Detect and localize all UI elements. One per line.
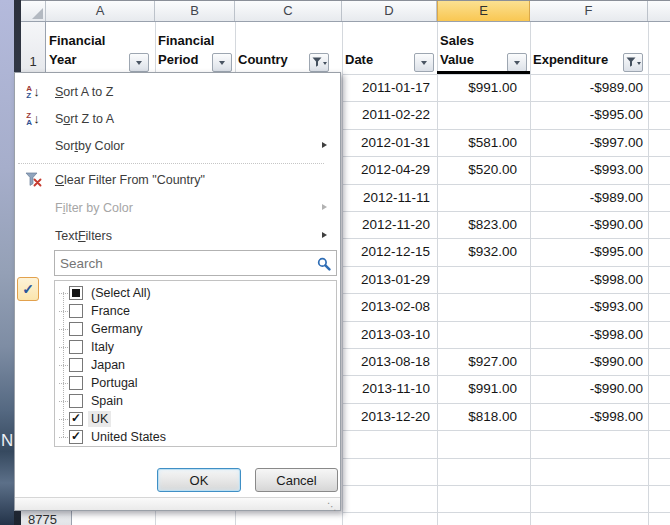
cell-expenditure[interactable]: -$998.00 [530, 266, 643, 293]
menu-item-sort-a-to-z[interactable]: AZ↓ Sort A to Z [16, 78, 339, 105]
cell-sales[interactable] [437, 293, 517, 320]
filter-button-country-filtered[interactable] [309, 53, 329, 72]
filter-button-date[interactable] [414, 53, 434, 72]
cell-sales[interactable] [437, 266, 517, 293]
cell-sales[interactable]: $818.00 [437, 403, 517, 430]
cell-date[interactable]: 2013-11-10 [342, 375, 430, 402]
checkbox-icon[interactable] [69, 286, 83, 300]
submenu-arrow-icon [322, 204, 330, 210]
column-header-d[interactable]: D [342, 1, 437, 21]
cell-sales[interactable] [437, 101, 517, 128]
cell-expenditure[interactable]: -$995.00 [530, 101, 643, 128]
header-cell-financial-year[interactable]: Financial Year [46, 21, 128, 74]
menu-item-filter-by-color: Filter by Color [16, 194, 339, 221]
menu-item-sort-z-to-a[interactable]: ZA↓ Sort Z to A [16, 105, 339, 132]
cell-date[interactable]: 2011-01-17 [342, 74, 430, 101]
cell-sales[interactable]: $991.00 [437, 74, 517, 101]
checkbox-icon[interactable] [69, 394, 83, 408]
grid-line [342, 430, 670, 431]
tree-stub [59, 383, 68, 384]
search-input[interactable] [55, 251, 317, 275]
column-header-c[interactable]: C [235, 1, 342, 21]
cancel-button[interactable]: Cancel [255, 468, 338, 492]
checkbox-icon[interactable] [69, 322, 83, 336]
column-header-e-selected[interactable]: E [437, 1, 530, 21]
checkbox-icon[interactable] [69, 412, 83, 426]
filter-list-item[interactable]: Germany [55, 320, 336, 338]
checkbox-icon[interactable] [69, 358, 83, 372]
filter-button-sales-value[interactable] [507, 53, 527, 72]
column-header-b[interactable]: B [155, 1, 235, 21]
cell-expenditure[interactable]: -$990.00 [530, 348, 643, 375]
cell-expenditure[interactable]: -$993.00 [530, 156, 643, 183]
cell-date[interactable]: 2013-08-18 [342, 348, 430, 375]
cell-sales[interactable]: $932.00 [437, 238, 517, 265]
cell-date[interactable]: 2012-04-29 [342, 156, 430, 183]
cell-date[interactable]: 2013-01-29 [342, 266, 430, 293]
cell-expenditure[interactable]: -$990.00 [530, 375, 643, 402]
cell-date[interactable]: 2013-03-10 [342, 321, 430, 348]
cell-sales[interactable]: $520.00 [437, 156, 517, 183]
filter-list-item[interactable]: United States [55, 428, 336, 446]
cell-date[interactable]: 2012-12-15 [342, 238, 430, 265]
wallpaper-letter: N [1, 431, 13, 451]
select-all-corner[interactable] [21, 1, 46, 21]
cell-date[interactable]: 2013-02-08 [342, 293, 430, 320]
filter-list-item[interactable]: Spain [55, 392, 336, 410]
cell-date[interactable]: 2012-11-11 [342, 184, 430, 211]
header-cell-date[interactable]: Date [342, 21, 414, 74]
checkbox-icon[interactable] [69, 376, 83, 390]
filter-list-item[interactable]: France [55, 302, 336, 320]
filter-button-expenditure-filtered[interactable] [623, 53, 643, 72]
row-header-1[interactable]: 1 [21, 22, 46, 74]
tree-stub [59, 437, 68, 438]
cell-expenditure[interactable]: -$993.00 [530, 293, 643, 320]
filter-list-item[interactable]: UK [55, 410, 336, 428]
cell-date[interactable]: 2011-02-22 [342, 101, 430, 128]
cell-sales[interactable] [437, 184, 517, 211]
cell-expenditure[interactable]: -$997.00 [530, 129, 643, 156]
filter-button-financial-year[interactable] [129, 53, 149, 72]
tree-stub [59, 347, 68, 348]
cell-date[interactable]: 2012-11-20 [342, 211, 430, 238]
cell-date[interactable]: 2013-12-20 [342, 403, 430, 430]
filter-list-item[interactable]: (Select All) [55, 284, 336, 302]
header-cell-sales-value[interactable]: Sales Value [437, 21, 503, 74]
cell-expenditure[interactable]: -$998.00 [530, 403, 643, 430]
search-box [54, 250, 337, 276]
cell-sales[interactable]: $991.00 [437, 375, 517, 402]
cell-expenditure[interactable]: -$990.00 [530, 211, 643, 238]
filter-list-item[interactable]: Portugal [55, 374, 336, 392]
header-cell-financial-period[interactable]: Financial Period [155, 21, 213, 74]
tree-stub [59, 293, 68, 294]
ok-button[interactable]: OK [157, 468, 241, 492]
filter-list-item[interactable]: Japan [55, 356, 336, 374]
cell-sales[interactable]: $927.00 [437, 348, 517, 375]
grid-line [342, 485, 670, 486]
header-cell-expenditure[interactable]: Expenditure [530, 21, 622, 74]
cell-date[interactable]: 2012-01-31 [342, 129, 430, 156]
column-header-g[interactable] [648, 1, 670, 21]
cell-expenditure[interactable]: -$989.00 [530, 74, 643, 101]
cell-sales[interactable] [437, 321, 517, 348]
checked-items-icon: ✓ [17, 277, 39, 301]
filter-button-financial-period[interactable] [212, 53, 232, 72]
menu-item-sort-by-color[interactable]: Sort by Color [16, 132, 339, 159]
filter-list-item[interactable]: Italy [55, 338, 336, 356]
column-header-f[interactable]: F [530, 1, 648, 21]
header-cell-country[interactable]: Country [235, 21, 308, 74]
menu-item-text-filters[interactable]: Text Filters [16, 222, 339, 249]
cell-expenditure[interactable]: -$989.00 [530, 184, 643, 211]
tree-stub [59, 365, 68, 366]
cell-expenditure[interactable]: -$995.00 [530, 238, 643, 265]
checkbox-icon[interactable] [69, 304, 83, 318]
cell-expenditure[interactable]: -$998.00 [530, 321, 643, 348]
row-header-8775[interactable]: 8775 [21, 511, 72, 525]
cell-sales[interactable]: $581.00 [437, 129, 517, 156]
column-header-a[interactable]: A [46, 1, 155, 21]
checkbox-icon[interactable] [69, 430, 83, 444]
menu-item-clear-filter[interactable]: Clear Filter From "Country" [16, 166, 339, 193]
checkbox-icon[interactable] [69, 340, 83, 354]
cell-sales[interactable]: $823.00 [437, 211, 517, 238]
resize-grip-icon[interactable] [327, 501, 337, 512]
